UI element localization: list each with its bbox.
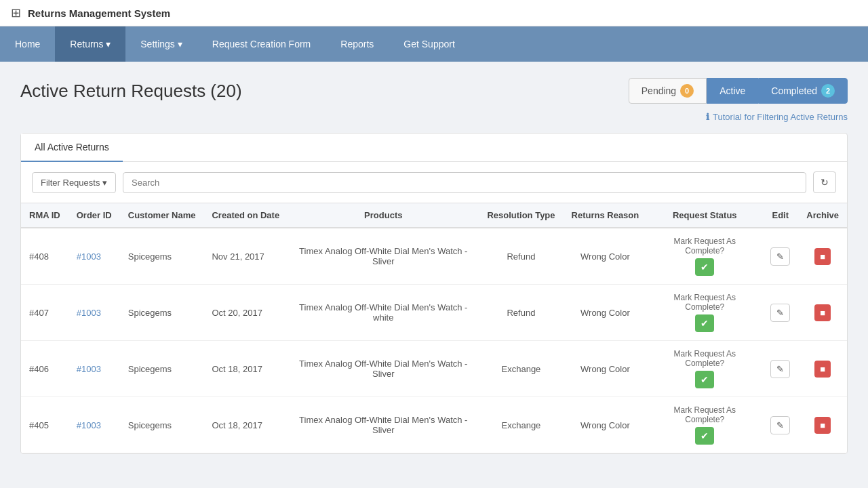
info-icon: ℹ <box>706 112 709 122</box>
active-button[interactable]: Active <box>707 78 758 104</box>
completed-badge: 2 <box>821 84 835 98</box>
col-resolution-type: Resolution Type <box>479 203 563 228</box>
table-row: #408 #1003 Spicegems Nov 21, 2017 Timex … <box>21 228 847 285</box>
cell-returns-reason: Wrong Color <box>564 285 648 341</box>
pending-button[interactable]: Pending 0 <box>629 78 707 104</box>
cell-rma-id: #407 <box>21 285 68 341</box>
nav-reports[interactable]: Reports <box>326 26 389 62</box>
cell-request-status: Mark Request As Complete? ✔ <box>647 397 762 453</box>
cell-order-id: #1003 <box>68 285 120 341</box>
cell-products: Timex Analog Off-White Dial Men's Watch … <box>288 285 479 341</box>
nav-get-support[interactable]: Get Support <box>389 26 470 62</box>
edit-button[interactable]: ✎ <box>770 247 790 266</box>
table-row: #405 #1003 Spicegems Oct 18, 2017 Timex … <box>21 397 847 453</box>
pending-badge: 0 <box>680 84 694 98</box>
page-header: Active Return Requests (20) Pending 0 Ac… <box>20 78 848 104</box>
brand-title: Returns Management System <box>28 7 170 19</box>
cell-customer-name: Spicegems <box>120 228 204 285</box>
table-row: #406 #1003 Spicegems Oct 18, 2017 Timex … <box>21 341 847 397</box>
tab-all-active-returns[interactable]: All Active Returns <box>21 134 123 162</box>
cell-rma-id: #408 <box>21 228 68 285</box>
cell-products: Timex Analog Off-White Dial Men's Watch … <box>288 397 479 453</box>
page-title: Active Return Requests (20) <box>20 81 242 102</box>
col-created-date: Created on Date <box>203 203 288 228</box>
cell-created-date: Oct 20, 2017 <box>203 285 288 341</box>
archive-button[interactable]: ■ <box>814 361 831 378</box>
cell-order-id: #1003 <box>68 341 120 397</box>
cell-resolution-type: Refund <box>479 228 563 285</box>
completed-button[interactable]: Completed 2 <box>758 78 848 104</box>
cell-resolution-type: Exchange <box>479 397 563 453</box>
cell-customer-name: Spicegems <box>120 285 204 341</box>
mark-complete-button[interactable]: ✔ <box>695 371 714 388</box>
main-content: Active Return Requests (20) Pending 0 Ac… <box>0 62 868 470</box>
mark-complete-text: Mark Request As Complete? <box>655 237 754 256</box>
nav-settings[interactable]: Settings ▾ <box>125 26 197 62</box>
order-link[interactable]: #1003 <box>77 251 101 262</box>
cell-request-status: Mark Request As Complete? ✔ <box>647 285 762 341</box>
col-rma-id: RMA ID <box>21 203 68 228</box>
cell-customer-name: Spicegems <box>120 341 204 397</box>
nav-home[interactable]: Home <box>0 26 55 62</box>
cell-returns-reason: Wrong Color <box>564 228 648 285</box>
mark-complete-text: Mark Request As Complete? <box>655 405 754 424</box>
pending-label: Pending <box>642 85 676 96</box>
mark-complete-button[interactable]: ✔ <box>695 314 714 332</box>
cell-edit: ✎ <box>762 228 798 285</box>
cell-created-date: Nov 21, 2017 <box>203 228 288 285</box>
tutorial-link-text[interactable]: Tutorial for Filtering Active Returns <box>713 112 848 122</box>
cell-created-date: Oct 18, 2017 <box>203 341 288 397</box>
mark-complete-text: Mark Request As Complete? <box>655 349 754 368</box>
nav-request-creation-form[interactable]: Request Creation Form <box>197 26 326 62</box>
order-link[interactable]: #1003 <box>77 364 101 374</box>
cell-rma-id: #406 <box>21 341 68 397</box>
active-label: Active <box>719 85 745 96</box>
cell-request-status: Mark Request As Complete? ✔ <box>647 228 762 285</box>
cell-edit: ✎ <box>762 397 798 453</box>
cell-created-date: Oct 18, 2017 <box>203 397 288 453</box>
mark-complete-text: Mark Request As Complete? <box>655 293 754 312</box>
mark-complete-button[interactable]: ✔ <box>695 427 714 445</box>
cell-order-id: #1003 <box>68 228 120 285</box>
returns-card: All Active Returns Filter Requests ▾ ↻ R… <box>20 133 848 454</box>
cell-edit: ✎ <box>762 341 798 397</box>
cell-rma-id: #405 <box>21 397 68 453</box>
cell-edit: ✎ <box>762 285 798 341</box>
cell-archive: ■ <box>798 341 847 397</box>
toolbar: Filter Requests ▾ ↻ <box>21 162 847 203</box>
filter-button[interactable]: Filter Requests ▾ <box>32 172 116 193</box>
cell-returns-reason: Wrong Color <box>564 397 648 453</box>
col-customer-name: Customer Name <box>120 203 204 228</box>
edit-button[interactable]: ✎ <box>770 416 790 434</box>
archive-button[interactable]: ■ <box>814 304 831 321</box>
cell-order-id: #1003 <box>68 397 120 453</box>
cell-archive: ■ <box>798 228 847 285</box>
cell-request-status: Mark Request As Complete? ✔ <box>647 341 762 397</box>
nav-bar: Home Returns ▾ Settings ▾ Request Creati… <box>0 26 868 62</box>
archive-button[interactable]: ■ <box>814 417 831 434</box>
cell-customer-name: Spicegems <box>120 397 204 453</box>
table-header-row: RMA ID Order ID Customer Name Created on… <box>21 203 847 228</box>
tutorial-link-container: ℹ Tutorial for Filtering Active Returns <box>20 112 848 122</box>
mark-complete-button[interactable]: ✔ <box>695 258 714 276</box>
order-link[interactable]: #1003 <box>77 308 101 318</box>
cell-products: Timex Analog Off-White Dial Men's Watch … <box>288 228 479 285</box>
cell-products: Timex Analog Off-White Dial Men's Watch … <box>288 341 479 397</box>
table-row: #407 #1003 Spicegems Oct 20, 2017 Timex … <box>21 285 847 341</box>
cell-resolution-type: Refund <box>479 285 563 341</box>
order-link[interactable]: #1003 <box>77 420 101 430</box>
nav-returns[interactable]: Returns ▾ <box>55 26 125 62</box>
cell-returns-reason: Wrong Color <box>564 341 648 397</box>
cell-archive: ■ <box>798 397 847 453</box>
edit-button[interactable]: ✎ <box>770 304 790 322</box>
brand-bar: ⊞ Returns Management System <box>0 0 868 26</box>
col-products: Products <box>288 203 479 228</box>
archive-button[interactable]: ■ <box>814 248 831 265</box>
col-archive: Archive <box>798 203 847 228</box>
cell-resolution-type: Exchange <box>479 341 563 397</box>
status-buttons: Pending 0 Active Completed 2 <box>629 78 848 104</box>
edit-button[interactable]: ✎ <box>770 360 790 378</box>
col-returns-reason: Returns Reason <box>564 203 648 228</box>
refresh-button[interactable]: ↻ <box>813 171 836 193</box>
search-input[interactable] <box>123 172 806 193</box>
